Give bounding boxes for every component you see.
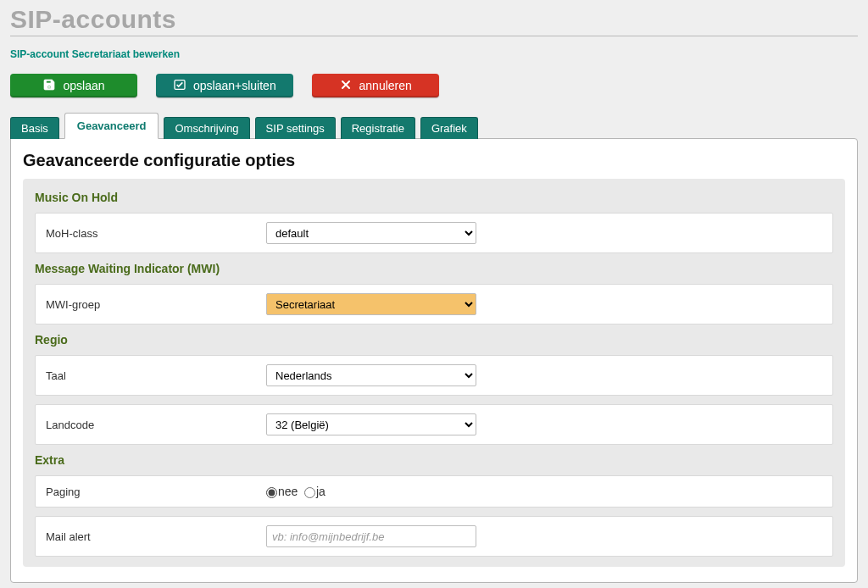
advanced-section: Music On Hold MoH-class default Message …: [23, 179, 845, 567]
paging-no-radio[interactable]: [266, 487, 277, 498]
section-title-extra: Extra: [35, 453, 833, 467]
cancel-icon: [339, 78, 353, 94]
paging-label: Paging: [46, 485, 266, 498]
language-label: Taal: [46, 369, 266, 382]
paging-yes-option[interactable]: ja: [304, 485, 326, 498]
cancel-button[interactable]: annuleren: [312, 74, 439, 97]
tab-chart[interactable]: Grafiek: [420, 117, 478, 139]
tab-basis[interactable]: Basis: [10, 117, 59, 139]
paging-no-option[interactable]: nee: [266, 485, 298, 498]
row-moh-class: MoH-class default: [35, 213, 833, 253]
tab-advanced[interactable]: Geavanceerd: [64, 113, 159, 139]
panel-title: Geavanceerde configuratie opties: [23, 151, 845, 170]
breadcrumb: SIP-account Secretariaat bewerken: [10, 48, 858, 60]
mail-alert-input[interactable]: [266, 525, 476, 547]
paging-yes-radio[interactable]: [304, 487, 315, 498]
tab-registration[interactable]: Registratie: [341, 117, 415, 139]
tab-description[interactable]: Omschrijving: [164, 117, 249, 139]
countrycode-label: Landcode: [46, 419, 266, 431]
row-mwi-group: MWI-groep Secretariaat: [35, 284, 833, 325]
save-button[interactable]: opslaan: [10, 74, 137, 97]
paging-no-label: nee: [278, 485, 298, 498]
advanced-panel: Geavanceerde configuratie opties Music O…: [10, 138, 858, 583]
mwi-group-select[interactable]: Secretariaat: [266, 293, 476, 315]
language-select[interactable]: Nederlands: [266, 364, 476, 386]
row-mail-alert: Mail alert: [35, 516, 833, 557]
page-title: SIP-accounts: [10, 5, 858, 34]
moh-class-label: MoH-class: [46, 227, 266, 240]
save-close-button[interactable]: opslaan+sluiten: [156, 74, 293, 97]
tab-sip-settings[interactable]: SIP settings: [255, 117, 336, 139]
save-close-icon: [173, 78, 186, 94]
cancel-label: annuleren: [359, 79, 412, 92]
row-paging: Paging nee ja: [35, 475, 833, 508]
section-title-regio: Regio: [35, 333, 833, 347]
countrycode-select[interactable]: 32 (België): [266, 413, 476, 435]
tab-bar: Basis Geavanceerd Omschrijving SIP setti…: [10, 113, 858, 139]
paging-yes-label: ja: [316, 485, 326, 498]
action-bar: opslaan opslaan+sluiten annuleren: [10, 74, 858, 97]
save-icon: [42, 78, 56, 94]
mail-alert-label: Mail alert: [46, 530, 266, 543]
save-label: opslaan: [63, 79, 104, 92]
title-divider: [10, 36, 858, 36]
row-countrycode: Landcode 32 (België): [35, 404, 833, 445]
row-language: Taal Nederlands: [35, 355, 833, 396]
section-title-mwi: Message Waiting Indicator (MWI): [35, 262, 833, 275]
moh-class-select[interactable]: default: [266, 222, 476, 244]
mwi-group-label: MWI-groep: [46, 298, 266, 311]
section-title-moh: Music On Hold: [35, 191, 833, 204]
save-close-label: opslaan+sluiten: [193, 79, 276, 92]
